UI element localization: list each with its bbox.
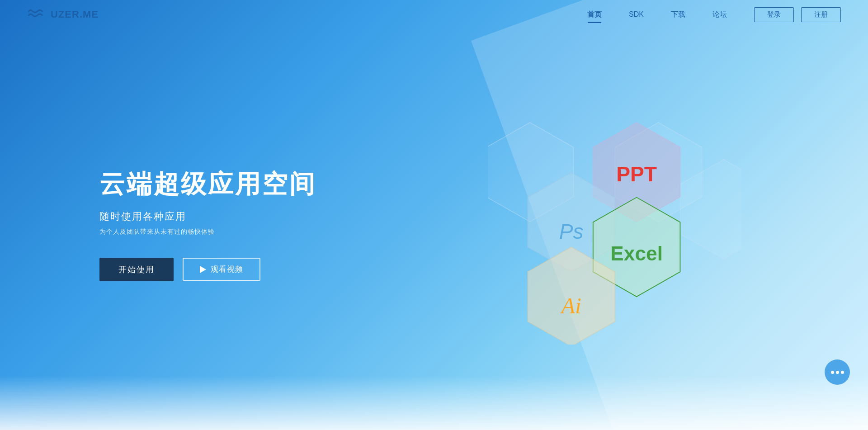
logo-area: UZER.ME xyxy=(27,8,99,21)
hex-excel-label: Excel xyxy=(610,242,663,265)
chat-dot-2 xyxy=(836,371,839,374)
hero-desc: 为个人及团队带来从未有过的畅快体验 xyxy=(99,228,316,236)
chat-dots xyxy=(831,371,844,374)
hero-section: UZER.ME 首页 SDK 下载 论坛 登录 注册 云端超级应用空间 随时使用… xyxy=(0,0,868,430)
start-button[interactable]: 开始使用 xyxy=(99,258,174,281)
hero-actions: 开始使用 观看视频 xyxy=(99,258,316,281)
register-button[interactable]: 注册 xyxy=(801,7,841,22)
nav-sdk[interactable]: SDK xyxy=(629,10,644,19)
hex-ps-label: Ps xyxy=(559,220,584,243)
hex-svg: PPT Ps Excel Ai xyxy=(488,109,741,345)
video-button[interactable]: 观看视频 xyxy=(183,258,260,281)
logo-icon xyxy=(27,8,46,21)
chat-button[interactable] xyxy=(825,359,850,385)
hex-ai-label: Ai xyxy=(560,293,581,318)
hero-subtitle: 随时使用各种应用 xyxy=(99,210,316,223)
navbar: UZER.ME 首页 SDK 下载 论坛 登录 注册 xyxy=(0,0,868,29)
chat-dot-3 xyxy=(841,371,844,374)
logo-text: UZER.ME xyxy=(51,9,99,20)
nav-forum[interactable]: 论坛 xyxy=(712,10,727,19)
hero-content: 云端超级应用空间 随时使用各种应用 为个人及团队带来从未有过的畅快体验 开始使用… xyxy=(99,167,316,281)
nav-links: 首页 SDK 下载 论坛 xyxy=(587,10,727,19)
hex-ppt-label: PPT xyxy=(616,162,657,185)
chat-dot-1 xyxy=(831,371,834,374)
login-button[interactable]: 登录 xyxy=(754,7,794,22)
video-button-label: 观看视频 xyxy=(211,264,243,274)
hex-grid: PPT Ps Excel Ai xyxy=(488,109,741,345)
hero-title: 云端超级应用空间 xyxy=(99,167,316,202)
nav-buttons: 登录 注册 xyxy=(754,7,841,22)
nav-home[interactable]: 首页 xyxy=(587,10,602,19)
play-icon xyxy=(200,266,206,273)
nav-download[interactable]: 下载 xyxy=(671,10,685,19)
